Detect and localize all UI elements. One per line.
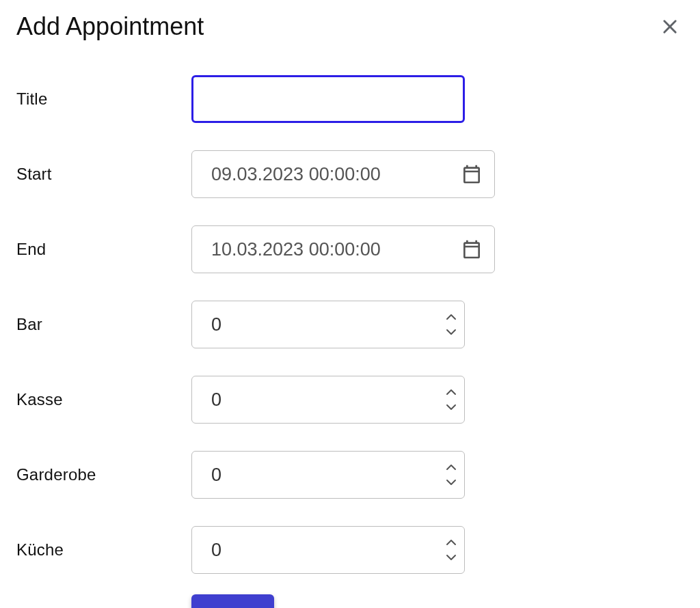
start-datepicker-button[interactable] xyxy=(458,161,485,188)
chevron-down-icon xyxy=(446,554,457,561)
garderobe-label: Garderobe xyxy=(16,465,191,484)
chevron-up-icon xyxy=(446,539,457,546)
kueche-label: Küche xyxy=(16,540,191,559)
chevron-up-icon xyxy=(446,389,457,396)
calendar-icon xyxy=(461,163,483,185)
chevron-up-icon xyxy=(446,464,457,471)
kueche-decrement-button[interactable] xyxy=(444,553,458,562)
title-label: Title xyxy=(16,89,191,109)
chevron-down-icon xyxy=(446,479,457,486)
close-button[interactable] xyxy=(656,13,684,40)
bar-stepper-input[interactable] xyxy=(191,301,465,348)
calendar-icon xyxy=(461,238,483,260)
garderobe-increment-button[interactable] xyxy=(444,462,458,472)
garderobe-decrement-button[interactable] xyxy=(444,478,458,487)
end-datetime-input[interactable] xyxy=(191,225,495,273)
kueche-increment-button[interactable] xyxy=(444,538,458,547)
chevron-down-icon xyxy=(446,329,457,335)
save-button[interactable]: SAVE xyxy=(191,594,274,608)
end-datepicker-button[interactable] xyxy=(458,236,485,263)
kasse-stepper-input[interactable] xyxy=(191,376,465,424)
bar-increment-button[interactable] xyxy=(444,312,458,322)
start-label: Start xyxy=(16,165,191,184)
appointment-form: Title Start End Bar xyxy=(0,48,700,608)
bar-decrement-button[interactable] xyxy=(444,327,458,337)
chevron-up-icon xyxy=(446,314,457,320)
kasse-decrement-button[interactable] xyxy=(444,402,458,412)
title-input[interactable] xyxy=(191,75,465,123)
chevron-down-icon xyxy=(446,404,457,411)
kueche-stepper-input[interactable] xyxy=(191,526,465,574)
end-label: End xyxy=(16,240,191,259)
close-icon xyxy=(660,17,679,36)
start-datetime-input[interactable] xyxy=(191,150,495,198)
kasse-increment-button[interactable] xyxy=(444,387,458,397)
bar-label: Bar xyxy=(16,315,191,334)
kasse-label: Kasse xyxy=(16,390,191,409)
dialog-title: Add Appointment xyxy=(16,12,204,41)
garderobe-stepper-input[interactable] xyxy=(191,451,465,499)
